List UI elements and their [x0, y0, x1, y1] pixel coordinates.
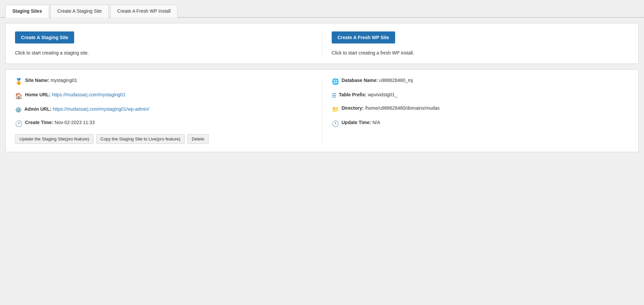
directory-label: Directory: — [342, 105, 364, 111]
home-url-row: 🏠 Home URL: https://mudassarj.com/mystag… — [15, 92, 313, 100]
info-col-divider — [322, 78, 322, 144]
site-name-label: Site Name: — [25, 78, 49, 83]
update-time-row: 🕐 Update Time: N/A — [332, 120, 629, 127]
create-fresh-description: Click to start creating a fresh WP insta… — [332, 50, 616, 56]
copy-to-live-button[interactable]: Copy the Staging Site to Live(pro featur… — [96, 134, 185, 144]
create-staging-button[interactable]: Create A Staging Site — [15, 31, 74, 43]
site-name-row: 🏅 Site Name: mystaging01 — [15, 78, 313, 85]
home-url-label: Home URL: — [25, 92, 50, 97]
main-container: Create A Staging Site Click to start cre… — [0, 18, 644, 158]
admin-url-label: Admin URL: — [24, 106, 51, 112]
update-clock-icon: 🕐 — [332, 120, 339, 127]
create-staging-description: Click to start creating a staging site. — [15, 50, 299, 56]
admin-url-row: ⚙️ Admin URL: https://mudassarj.com/myst… — [15, 106, 313, 113]
db-name-value: u988628480_mj — [379, 78, 413, 83]
update-time-value: N/A — [372, 120, 380, 125]
directory-value: /home/u988628480/domains/mudas — [365, 105, 440, 111]
db-name-label: Database Name: — [342, 78, 378, 83]
info-right-col: 🌐 Database Name: u988628480_mj ☰ Table P… — [332, 78, 629, 144]
create-time-row: 🕐 Create Time: Nov-02-2023 11:33 — [15, 120, 313, 127]
admin-url-link[interactable]: https://mudassarj.com/mystaging01/wp-adm… — [53, 106, 149, 112]
home-url-link[interactable]: https://mudassarj.com/mystaging01 — [52, 92, 125, 97]
actions-col-divider — [322, 31, 322, 56]
actions-two-col: Create A Staging Site Click to start cre… — [15, 31, 629, 56]
site-name-value: mystaging01 — [50, 78, 77, 83]
table-prefix-row: ☰ Table Prefix: wpvividstg01_ — [332, 92, 629, 99]
db-name-row: 🌐 Database Name: u988628480_mj — [332, 78, 629, 85]
create-time-value: Nov-02-2023 11:33 — [55, 120, 95, 125]
tab-create-staging[interactable]: Create A Staging Site — [50, 5, 109, 18]
tab-create-fresh[interactable]: Create A Fresh WP Install — [110, 5, 178, 18]
folder-icon: 📁 — [332, 106, 339, 113]
tab-staging-sites[interactable]: Staging Sites — [5, 5, 49, 18]
create-time-label: Create Time: — [25, 120, 53, 125]
create-staging-col: Create A Staging Site Click to start cre… — [15, 31, 313, 56]
ribbon-icon: 🏅 — [15, 78, 22, 85]
table-prefix-label: Table Prefix: — [339, 92, 367, 97]
clock-icon: 🕐 — [15, 120, 22, 127]
info-grid: 🏅 Site Name: mystaging01 🏠 Home URL: htt… — [15, 78, 629, 144]
info-left-col: 🏅 Site Name: mystaging01 🏠 Home URL: htt… — [15, 78, 313, 144]
action-buttons: Update the Staging Site(pro feature) Cop… — [15, 134, 313, 144]
table-prefix-value: wpvividstg01_ — [368, 92, 397, 97]
create-fresh-button[interactable]: Create A Fresh WP Site — [332, 31, 395, 43]
tab-bar: Staging Sites Create A Staging Site Crea… — [0, 0, 644, 18]
directory-row: 📁 Directory: /home/u988628480/domains/mu… — [332, 105, 629, 113]
site-info-card: 🏅 Site Name: mystaging01 🏠 Home URL: htt… — [5, 69, 639, 152]
actions-card: Create A Staging Site Click to start cre… — [5, 23, 639, 64]
globe-icon: 🌐 — [332, 78, 339, 85]
create-fresh-col: Create A Fresh WP Site Click to start cr… — [332, 31, 629, 56]
home-icon: 🏠 — [15, 92, 22, 100]
admin-icon: ⚙️ — [15, 107, 22, 113]
update-staging-button[interactable]: Update the Staging Site(pro feature) — [15, 134, 94, 144]
delete-button[interactable]: Delete — [187, 134, 209, 144]
update-time-label: Update Time: — [342, 120, 371, 125]
table-icon: ☰ — [332, 92, 336, 99]
